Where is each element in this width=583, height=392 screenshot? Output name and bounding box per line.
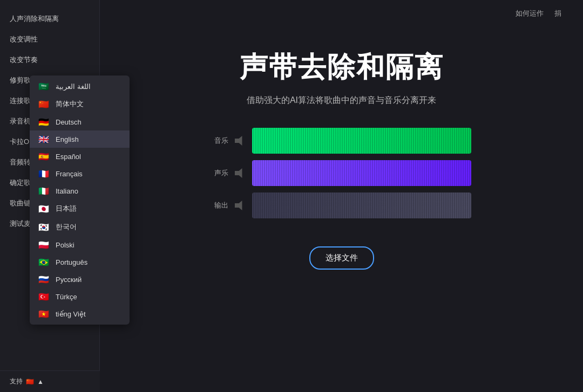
choose-file-button[interactable]: 选择文件 — [309, 246, 374, 270]
sidebar-item-change-tempo[interactable]: 改变节奏 — [0, 50, 99, 70]
flag-pl: 🇵🇱 — [37, 240, 50, 249]
vocal-waveform — [252, 160, 471, 186]
lang-item-ja[interactable]: 🇯🇵 日本語 — [30, 200, 130, 218]
chevron-up-icon: ▲ — [37, 378, 44, 386]
lang-item-en[interactable]: 🇬🇧 English — [30, 130, 130, 148]
vocal-track: 声乐 — [212, 160, 471, 186]
support-label: 支持 — [10, 377, 23, 386]
flag-ko: 🇰🇷 — [37, 223, 50, 231]
lang-item-ar[interactable]: 🇸🇦 اللغة العربية — [30, 78, 130, 95]
output-track: 输出 — [212, 192, 471, 218]
lang-item-de[interactable]: 🇩🇪 Deutsch — [30, 113, 130, 130]
how-it-works-link[interactable]: 如何运作 — [516, 9, 544, 18]
lang-item-zh[interactable]: 🇨🇳 简体中文 — [30, 95, 130, 113]
lang-label-de: Deutsch — [56, 118, 82, 126]
music-track: 音乐 — [212, 128, 471, 154]
language-dropdown: 🇸🇦 اللغة العربية 🇨🇳 简体中文 🇩🇪 Deutsch 🇬🇧 E… — [30, 75, 130, 325]
audio-visualization: 音乐 声乐 输出 — [212, 128, 471, 225]
current-lang-flag: 🇨🇳 — [26, 378, 34, 386]
flag-it: 🇮🇹 — [37, 187, 50, 195]
lang-label-ru: Русский — [56, 276, 82, 284]
lang-label-ko: 한국어 — [56, 222, 77, 232]
flag-de: 🇩🇪 — [37, 118, 50, 126]
flag-zh: 🇨🇳 — [37, 100, 50, 108]
lang-label-zh: 简体中文 — [56, 99, 84, 109]
lang-label-en: English — [56, 135, 79, 143]
flag-pt: 🇧🇷 — [37, 258, 50, 266]
lang-label-fr: Français — [56, 170, 83, 178]
top-nav: 如何运作 捐 — [100, 0, 583, 27]
lang-item-ru[interactable]: 🇷🇺 Русский — [30, 271, 130, 288]
lang-label-tr: Türkçe — [56, 293, 77, 301]
language-selector-bar[interactable]: 支持 🇨🇳 ▲ — [0, 370, 100, 392]
flag-ja: 🇯🇵 — [37, 204, 50, 213]
flag-ar: 🇸🇦 — [37, 82, 50, 91]
lang-label-ja: 日本語 — [56, 204, 77, 214]
lang-item-tr[interactable]: 🇹🇷 Türkçe — [30, 288, 130, 305]
tips-link[interactable]: 捐 — [554, 9, 561, 18]
music-speaker-icon — [235, 135, 246, 146]
flag-ru: 🇷🇺 — [37, 275, 50, 284]
lang-item-ko[interactable]: 🇰🇷 한국어 — [30, 218, 130, 236]
lang-label-pl: Polski — [56, 241, 74, 249]
vocal-track-label: 声乐 — [212, 168, 228, 178]
music-waveform — [252, 128, 471, 154]
lang-item-fr[interactable]: 🇫🇷 Français — [30, 165, 130, 182]
lang-item-pt[interactable]: 🇧🇷 Português — [30, 253, 130, 271]
flag-fr: 🇫🇷 — [37, 169, 50, 178]
output-waveform — [252, 192, 471, 218]
lang-item-pl[interactable]: 🇵🇱 Polski — [30, 236, 130, 253]
main-content: 如何运作 捐 声带去除和隔离 借助强大的AI算法将歌曲中的声音与音乐分离开来 音… — [100, 0, 583, 392]
flag-en: 🇬🇧 — [37, 135, 50, 143]
flag-tr: 🇹🇷 — [37, 292, 50, 301]
flag-es: 🇪🇸 — [37, 152, 50, 161]
lang-item-es[interactable]: 🇪🇸 Español — [30, 148, 130, 165]
hero-section: 声带去除和隔离 借助强大的AI算法将歌曲中的声音与音乐分离开来 音乐 声乐 输出… — [100, 49, 583, 270]
output-track-label: 输出 — [212, 201, 228, 210]
flag-vi: 🇻🇳 — [37, 310, 50, 318]
output-speaker-icon — [235, 200, 246, 211]
lang-label-pt: Português — [56, 258, 87, 266]
hero-title: 声带去除和隔离 — [240, 49, 444, 86]
sidebar-item-vocal-removal[interactable]: 人声消除和隔离 — [0, 9, 99, 29]
lang-item-vi[interactable]: 🇻🇳 tiếng Việt — [30, 305, 130, 322]
lang-label-vi: tiếng Việt — [56, 310, 86, 318]
lang-label-it: Italiano — [56, 187, 78, 195]
lang-label-es: Español — [56, 153, 81, 161]
lang-label-ar: اللغة العربية — [56, 82, 91, 91]
sidebar-item-change-pitch[interactable]: 改变调性 — [0, 29, 99, 50]
music-track-label: 音乐 — [212, 136, 228, 146]
hero-subtitle: 借助强大的AI算法将歌曲中的声音与音乐分离开来 — [247, 95, 436, 106]
lang-item-it[interactable]: 🇮🇹 Italiano — [30, 182, 130, 200]
vocal-speaker-icon — [235, 168, 246, 178]
